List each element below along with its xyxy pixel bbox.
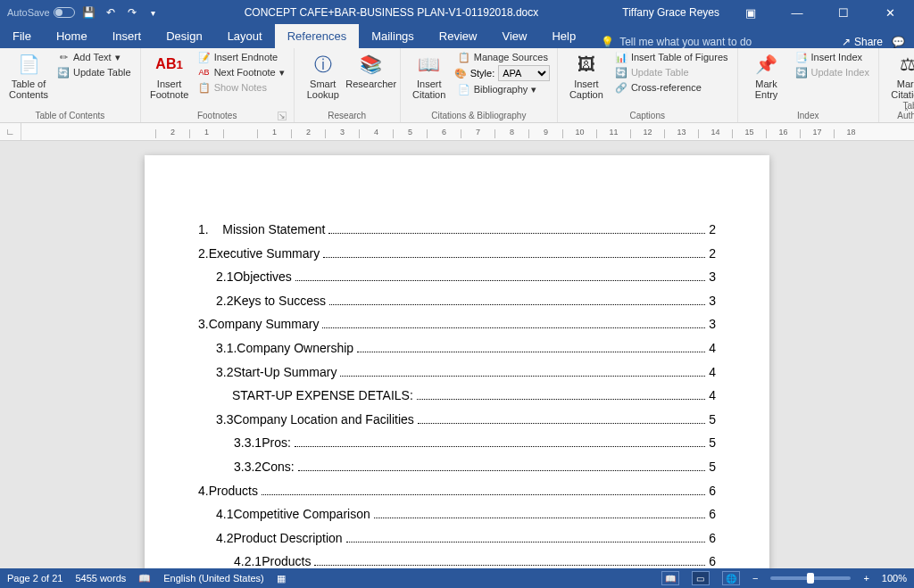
toc-entry[interactable]: 4.1 Competitive Comparison6: [216, 502, 716, 526]
macro-icon[interactable]: ▦: [277, 573, 286, 584]
toc-entry[interactable]: START-UP EXPENSE DETAILS:4: [232, 384, 716, 408]
qat-customize-icon[interactable]: ▾: [146, 5, 161, 20]
word-count[interactable]: 5455 words: [75, 573, 126, 584]
zoom-out-icon[interactable]: −: [752, 573, 758, 584]
tab-file[interactable]: File: [0, 24, 44, 48]
update-index-icon: 🔄: [795, 66, 808, 79]
show-notes-button[interactable]: 📋Show Notes: [195, 80, 288, 95]
insert-tof-button[interactable]: 📊Insert Table of Figures: [611, 50, 732, 64]
researcher-button[interactable]: 📚 Researcher: [348, 50, 395, 100]
insert-footnote-button[interactable]: AB1 Insert Footnote: [146, 50, 193, 100]
tab-view[interactable]: View: [489, 24, 539, 48]
web-layout-icon[interactable]: 🌐: [722, 571, 740, 585]
toc-number: 3.: [198, 312, 209, 336]
collapse-ribbon-icon[interactable]: ˄: [904, 107, 909, 117]
share-button[interactable]: ↗ Share: [842, 36, 883, 48]
update-icon: 🔄: [615, 66, 627, 79]
dialog-launcher-icon[interactable]: ↘: [278, 112, 287, 120]
undo-icon[interactable]: ↶: [104, 5, 118, 20]
toc-leader: [417, 389, 705, 401]
tell-me-search[interactable]: 💡 Tell me what you want to do: [588, 36, 842, 48]
manage-sources-button[interactable]: 📋Manage Sources: [454, 50, 552, 64]
toc-entry[interactable]: 3.3.1 Pros:5: [234, 431, 716, 455]
save-icon[interactable]: 💾: [82, 5, 96, 20]
language-indicator[interactable]: English (United States): [163, 573, 264, 584]
toc-entry[interactable]: 3.2 Start-Up Summary4: [216, 360, 716, 385]
toc-leader: [295, 270, 705, 282]
tab-design[interactable]: Design: [154, 24, 214, 48]
toc-entry[interactable]: 4.2.1 Products6: [234, 550, 716, 568]
table-of-contents: 1. Mission Statement22. Executive Summar…: [198, 218, 716, 568]
bibliography-button[interactable]: 📄Bibliography ▾: [454, 82, 552, 96]
toc-entry[interactable]: 3.1. Company Ownership4: [216, 336, 716, 360]
redo-icon[interactable]: ↷: [125, 5, 139, 20]
group-index: 📌 Mark Entry 📑Insert Index 🔄Update Index…: [738, 48, 879, 122]
mark-citation-icon: ⚖: [895, 52, 914, 77]
toc-page: 4: [709, 360, 716, 385]
tab-references[interactable]: References: [275, 24, 359, 48]
toc-entry[interactable]: 3.3 Company Location and Facilities5: [216, 408, 716, 432]
title-bar: AutoSave 💾 ↶ ↷ ▾ CONCEPT CAFE+BAR-BUSINE…: [0, 0, 914, 25]
update-index-button[interactable]: 🔄Update Index: [792, 65, 873, 79]
document-area[interactable]: 1. Mission Statement22. Executive Summar…: [0, 141, 914, 568]
table-of-contents-icon: 📄: [16, 52, 41, 77]
table-of-contents-button[interactable]: 📄 Table of Contents: [5, 50, 52, 100]
style-dropdown[interactable]: APA: [498, 65, 550, 81]
tab-layout[interactable]: Layout: [215, 24, 275, 48]
toc-page: 2: [709, 242, 716, 266]
toc-entry[interactable]: 4.2 Product Description6: [216, 526, 716, 551]
zoom-in-icon[interactable]: +: [863, 573, 868, 584]
toc-entry[interactable]: 2.2 Keys to Success3: [216, 289, 716, 313]
comments-icon[interactable]: 💬: [892, 36, 905, 48]
tab-review[interactable]: Review: [427, 24, 490, 48]
tab-mailings[interactable]: Mailings: [359, 24, 427, 48]
toc-page: 5: [709, 431, 716, 455]
toc-entry[interactable]: 2.1 Objectives3: [216, 265, 716, 289]
ruler-area: ∟ 21123456789101112131415161718: [0, 123, 914, 141]
insert-citation-button[interactable]: 📖 Insert Citation: [406, 50, 453, 100]
toc-number: 4.1: [216, 502, 233, 526]
toc-entry[interactable]: 4. Products6: [198, 479, 716, 503]
maximize-icon[interactable]: ☐: [828, 6, 859, 20]
spellcheck-icon[interactable]: 📖: [138, 573, 151, 584]
minimize-icon[interactable]: —: [782, 6, 812, 20]
citation-style-select[interactable]: 🎨 Style: APA: [454, 65, 552, 81]
toc-entry[interactable]: 3. Company Summary3: [198, 312, 716, 336]
insert-index-button[interactable]: 📑Insert Index: [792, 50, 873, 64]
read-mode-icon[interactable]: 📖: [661, 571, 679, 585]
toc-number: 2.1: [216, 265, 233, 289]
insert-caption-button[interactable]: 🖼 Insert Caption: [563, 50, 610, 100]
toc-title: Company Ownership: [237, 336, 353, 360]
tab-help[interactable]: Help: [539, 24, 588, 48]
tab-insert[interactable]: Insert: [100, 24, 154, 48]
add-text-button[interactable]: ✏Add Text ▾: [54, 50, 135, 64]
toc-leader: [314, 555, 705, 567]
toc-entry[interactable]: 3.3.2 Cons:5: [234, 455, 716, 479]
ribbon-display-icon[interactable]: ▣: [735, 6, 766, 20]
tab-selector-icon[interactable]: ∟: [0, 123, 21, 141]
tab-home[interactable]: Home: [44, 24, 100, 48]
insert-endnote-button[interactable]: 📝Insert Endnote: [195, 50, 288, 64]
group-citations: 📖 Insert Citation 📋Manage Sources 🎨 Styl…: [401, 48, 558, 122]
cross-reference-button[interactable]: 🔗Cross-reference: [611, 80, 732, 95]
close-icon[interactable]: ✕: [875, 6, 905, 20]
toc-number: 3.3: [216, 408, 233, 432]
toc-leader: [340, 365, 705, 377]
mark-citation-button[interactable]: ⚖ Mark Citation: [885, 50, 914, 100]
update-table-button[interactable]: 🔄Update Table: [54, 65, 135, 79]
user-name[interactable]: Tiffany Grace Reyes: [622, 6, 719, 19]
zoom-level[interactable]: 100%: [882, 573, 907, 584]
update-caption-table-button[interactable]: 🔄Update Table: [611, 65, 732, 79]
zoom-slider[interactable]: [770, 576, 851, 580]
horizontal-ruler[interactable]: 21123456789101112131415161718: [21, 123, 914, 141]
next-footnote-button[interactable]: ABNext Footnote ▾: [195, 65, 288, 79]
group-toc: 📄 Table of Contents ✏Add Text ▾ 🔄Update …: [0, 48, 141, 122]
page-indicator[interactable]: Page 2 of 21: [7, 573, 62, 584]
toc-entry[interactable]: 2. Executive Summary2: [198, 242, 716, 266]
toc-entry[interactable]: 1. Mission Statement2: [198, 218, 716, 242]
print-layout-icon[interactable]: ▭: [692, 571, 710, 585]
mark-entry-button[interactable]: 📌 Mark Entry: [744, 50, 790, 100]
smart-lookup-button[interactable]: ⓘ Smart Lookup: [300, 50, 346, 100]
autosave-toggle[interactable]: AutoSave: [7, 7, 75, 18]
researcher-icon: 📚: [359, 52, 384, 77]
